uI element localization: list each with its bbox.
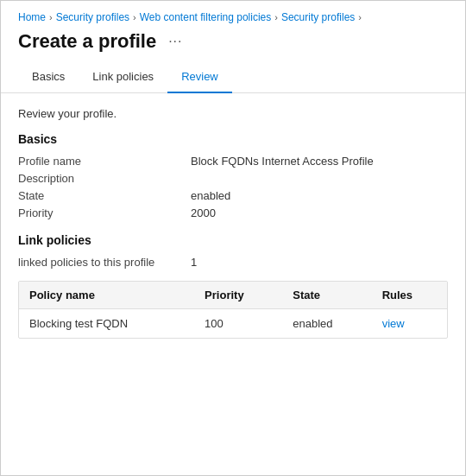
cell-policy-name: Blocking test FQDN: [19, 309, 194, 339]
tab-link-policies[interactable]: Link policies: [79, 63, 167, 93]
field-priority-label: Priority: [18, 206, 191, 219]
link-count-value: 1: [191, 256, 197, 269]
tabs-bar: Basics Link policies Review: [1, 63, 465, 93]
table-row: Blocking test FQDN 100 enabled view: [19, 309, 447, 339]
field-description-label: Description: [18, 172, 191, 185]
page-header: Create a profile ···: [1, 27, 465, 63]
field-profile-name-label: Profile name: [18, 155, 191, 168]
view-rules-link[interactable]: view: [382, 317, 405, 330]
more-options-button[interactable]: ···: [165, 32, 186, 51]
tab-review[interactable]: Review: [167, 63, 232, 93]
table-header-row: Policy name Priority State Rules: [19, 282, 447, 309]
review-intro: Review your profile.: [18, 107, 448, 120]
field-description: Description: [18, 172, 448, 185]
breadcrumb-sep-4: ›: [358, 12, 362, 22]
field-priority: Priority 2000: [18, 206, 448, 219]
breadcrumb-security-profiles-2[interactable]: Security profiles: [281, 11, 355, 23]
field-priority-value: 2000: [191, 206, 216, 219]
policies-table: Policy name Priority State Rules Blockin…: [19, 282, 447, 338]
page-container: Home › Security profiles › Web content f…: [0, 0, 466, 476]
cell-state: enabled: [282, 309, 371, 339]
policies-table-container: Policy name Priority State Rules Blockin…: [18, 281, 448, 339]
breadcrumb-wcf-policies[interactable]: Web content filtering policies: [140, 11, 272, 23]
col-header-policy-name: Policy name: [19, 282, 194, 309]
col-header-priority: Priority: [194, 282, 282, 309]
field-state-value: enabled: [191, 189, 230, 202]
page-title: Create a profile: [18, 30, 156, 53]
cell-priority: 100: [194, 309, 282, 339]
breadcrumb-sep-3: ›: [274, 12, 278, 22]
content-area: Review your profile. Basics Profile name…: [1, 93, 465, 356]
breadcrumb-sep-2: ›: [133, 12, 136, 22]
breadcrumb-security-profiles-1[interactable]: Security profiles: [56, 11, 129, 23]
field-profile-name: Profile name Block FQDNs Internet Access…: [18, 155, 448, 168]
field-profile-name-value: Block FQDNs Internet Access Profile: [191, 155, 374, 168]
breadcrumb-sep-1: ›: [49, 12, 53, 22]
col-header-state: State: [282, 282, 371, 309]
breadcrumb-home[interactable]: Home: [18, 11, 46, 23]
col-header-rules: Rules: [372, 282, 447, 309]
link-policies-section-title: Link policies: [18, 233, 448, 247]
cell-rules: view: [372, 309, 447, 339]
field-state-label: State: [18, 189, 191, 202]
basics-section-title: Basics: [18, 132, 448, 146]
tab-basics[interactable]: Basics: [18, 63, 79, 93]
link-count-row: linked policies to this profile 1: [18, 256, 448, 269]
breadcrumb: Home › Security profiles › Web content f…: [1, 1, 465, 27]
field-state: State enabled: [18, 189, 448, 202]
link-count-label: linked policies to this profile: [18, 256, 191, 269]
